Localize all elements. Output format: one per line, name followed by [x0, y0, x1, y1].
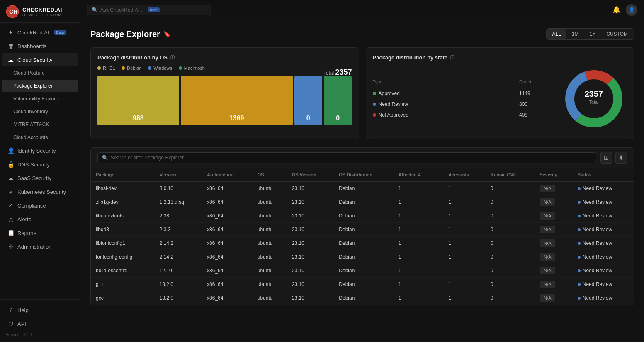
cell-affected: 1 [394, 278, 443, 291]
global-search[interactable]: 🔍 Ask CheckRed.AI... Beta [87, 5, 211, 15]
cell-status: Need Review [573, 209, 634, 223]
state-row-need-review: Need Review 800 [373, 99, 553, 110]
cell-architecture: x86_64 [202, 182, 253, 195]
table-search[interactable]: 🔍 Search or filter Package Explorer [97, 152, 596, 163]
cell-os-distribution: Debian [334, 250, 394, 264]
topbar: 🔍 Ask CheckRed.AI... Beta 🔔 👤 [80, 0, 644, 20]
table-row[interactable]: g++ 13.2.0 x86_64 ubuntu 23.10 Debian 1 … [91, 278, 634, 291]
columns-toggle-button[interactable]: ⊞ [600, 152, 612, 164]
content-area: Package Explorer 🔖 ALL 1M 1Y CUSTOM Pack… [80, 20, 644, 342]
sidebar-item-cloud-posture[interactable]: Cloud Posture [2, 67, 78, 79]
cell-os: ubuntu [253, 223, 287, 237]
sidebar-item-cloud-accounts[interactable]: Cloud Accounts [2, 131, 78, 144]
sidebar-label-saas-security: SaaS Security [17, 175, 51, 181]
col-os-version[interactable]: OS Version [287, 168, 334, 182]
col-status[interactable]: Status [573, 168, 634, 182]
sidebar-item-identity-security[interactable]: 👤 Identity Security [2, 144, 78, 157]
cell-status: Need Review [573, 250, 634, 264]
cell-known-cve: 0 [486, 209, 535, 223]
os-chart-info-icon[interactable]: ⓘ [170, 54, 175, 61]
table-row[interactable]: gcc 13.2.0 x86_64 ubuntu 23.10 Debian 1 … [91, 291, 634, 305]
beta-badge: Beta [54, 30, 66, 35]
cell-package: gcc [91, 291, 155, 305]
time-btn-custom[interactable]: CUSTOM [601, 29, 633, 39]
export-button[interactable]: ⬇ [615, 152, 627, 164]
cell-affected: 1 [394, 223, 443, 237]
sidebar-item-reports[interactable]: 📋 Reports [2, 226, 78, 239]
sidebar: CR CHECKRED.AI DEWEY. CHEATUM. ✦ CheckRe… [0, 0, 80, 342]
sidebar-item-api[interactable]: ⬡ API [2, 317, 78, 330]
cell-os-version: 23.10 [287, 223, 334, 237]
sidebar-item-saas-security[interactable]: ☁ SaaS Security [2, 171, 78, 185]
sidebar-item-mitre-attck[interactable]: MITRE ATT&CK [2, 118, 78, 131]
kubernetes-icon: ⎈ [7, 188, 14, 195]
sidebar-item-alerts[interactable]: △ Alerts [2, 213, 78, 226]
time-btn-1y[interactable]: 1Y [585, 29, 601, 39]
table-row[interactable]: build-essential 12.10 x86_64 ubuntu 23.1… [91, 264, 634, 278]
sidebar-item-dns-security[interactable]: 🔒 DNS Security [2, 158, 78, 171]
col-severity[interactable]: Severity [535, 168, 573, 182]
col-os-distribution[interactable]: OS Distribution [334, 168, 394, 182]
notification-icon[interactable]: 🔔 [612, 6, 621, 14]
cell-known-cve: 0 [486, 264, 535, 278]
sidebar-label-kubernetes-security: Kubernetes Security [17, 189, 66, 195]
time-btn-1m[interactable]: 1M [567, 29, 584, 39]
state-label-not-approved: Not Approved [379, 112, 409, 118]
col-package[interactable]: Package [91, 168, 155, 182]
state-count-not-approved: 408 [519, 112, 552, 118]
avatar[interactable]: 👤 [626, 4, 637, 16]
col-affected[interactable]: Affected A... [394, 168, 443, 182]
col-architecture[interactable]: Architecture [202, 168, 253, 182]
state-dot-need-review [373, 103, 376, 106]
state-table-header: Type Count [373, 78, 553, 86]
cell-os-distribution: Debian [334, 195, 394, 209]
sidebar-item-cloud-security[interactable]: ☁ Cloud Security [2, 53, 78, 66]
col-version[interactable]: Version [155, 168, 202, 182]
topbar-beta-badge: Beta [148, 7, 160, 12]
search-placeholder: Ask CheckRed.AI... [100, 7, 143, 13]
topbar-right: 🔔 👤 [612, 4, 637, 16]
cell-os: ubuntu [253, 195, 287, 209]
cell-known-cve: 0 [486, 223, 535, 237]
sidebar-item-help[interactable]: ? Help [2, 303, 78, 317]
bar-value-windows: 0 [306, 115, 310, 122]
cell-version: 1.2.13.dfsg [155, 195, 202, 209]
table-row[interactable]: libfontconfig1 2.14.2 x86_64 ubuntu 23.1… [91, 237, 634, 250]
charts-row: Package distribution by OS ⓘ RHEL Debian… [90, 47, 634, 139]
table-row[interactable]: libgd3 2.3.3 x86_64 ubuntu 23.10 Debian … [91, 223, 634, 237]
sidebar-item-cloud-inventory[interactable]: Cloud Inventory [2, 105, 78, 118]
table-row[interactable]: libc-devtools 2.38 x86_64 ubuntu 23.10 D… [91, 209, 634, 223]
col-accounts[interactable]: Accounts [443, 168, 486, 182]
sidebar-label-identity-security: Identity Security [17, 148, 56, 154]
bar-value-debian: 1369 [229, 115, 244, 122]
legend-label-debian: Debian [127, 66, 141, 71]
cell-known-cve: 0 [486, 250, 535, 264]
state-chart-info-icon[interactable]: ⓘ [450, 54, 454, 61]
sidebar-item-checkredai[interactable]: ✦ CheckRed.AI Beta [2, 26, 78, 39]
cell-known-cve: 0 [486, 291, 535, 305]
cell-os-distribution: Debian [334, 291, 394, 305]
sidebar-item-administration[interactable]: ⚙ Administration [2, 240, 78, 253]
cell-package: libssl-dev [91, 182, 155, 195]
table-row[interactable]: libssl-dev 3.0.10 x86_64 ubuntu 23.10 De… [91, 182, 634, 195]
col-known-cve[interactable]: Known CVE [486, 168, 535, 182]
table-row[interactable]: zlib1g-dev 1.2.13.dfsg x86_64 ubuntu 23.… [91, 195, 634, 209]
cell-architecture: x86_64 [202, 209, 253, 223]
cell-architecture: x86_64 [202, 223, 253, 237]
cell-os: ubuntu [253, 250, 287, 264]
bookmark-icon[interactable]: 🔖 [163, 31, 170, 37]
cell-os-version: 23.10 [287, 209, 334, 223]
time-btn-all[interactable]: ALL [547, 29, 566, 39]
sidebar-label-package-explorer: Package Explorer [13, 83, 53, 89]
bar-value-rhel: 988 [133, 115, 144, 122]
sidebar-item-dashboards[interactable]: ▦ Dashboards [2, 39, 78, 53]
sidebar-item-kubernetes-security[interactable]: ⎈ Kubernetes Security [2, 185, 78, 198]
cell-os-distribution: Debian [334, 209, 394, 223]
sidebar-item-vulnerability-explorer[interactable]: Vulnerability Explorer [2, 93, 78, 105]
col-os[interactable]: OS [253, 168, 287, 182]
sidebar-item-compliance[interactable]: ✓ Compliance [2, 199, 78, 212]
sidebar-item-package-explorer[interactable]: Package Explorer [2, 80, 78, 92]
table-row[interactable]: fontconfig-config 2.14.2 x86_64 ubuntu 2… [91, 250, 634, 264]
sidebar-label-compliance: Compliance [17, 203, 46, 209]
logo-area: CR CHECKRED.AI DEWEY. CHEATUM. [0, 0, 80, 23]
